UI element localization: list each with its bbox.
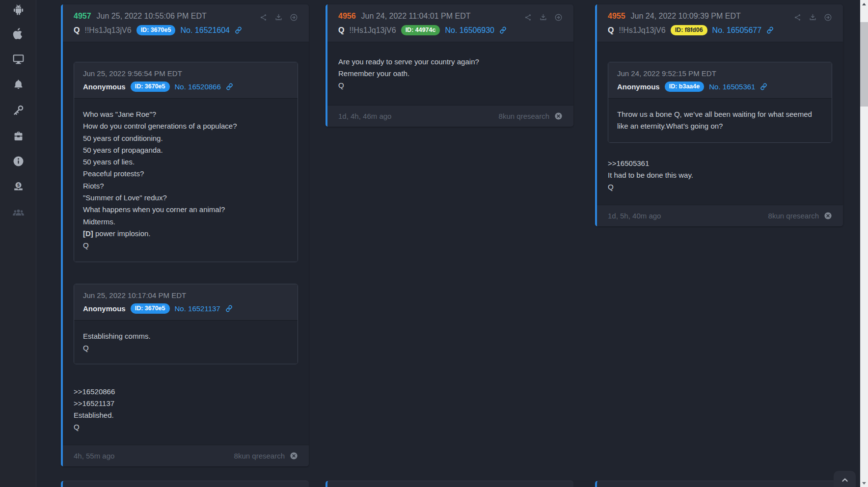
- post-no-link[interactable]: No. 16521604: [180, 26, 230, 35]
- link-icon[interactable]: [225, 305, 233, 312]
- id-badge[interactable]: ID: f8fd06: [671, 25, 707, 35]
- source-label: 8kun qresearch: [234, 452, 285, 460]
- post-number[interactable]: 4957: [74, 12, 91, 21]
- scrollbar-up-button[interactable]: [860, 0, 868, 8]
- scrollbar-thumb[interactable]: [860, 22, 868, 107]
- open-post-icon[interactable]: [290, 13, 298, 22]
- quote-no-link[interactable]: No. 16505361: [709, 82, 755, 91]
- post-date: Jun 24, 2022 10:09:39 PM EDT: [631, 12, 741, 21]
- download-icon[interactable]: [274, 13, 283, 22]
- link-icon[interactable]: [226, 83, 233, 90]
- post-ref-link[interactable]: >>16521137: [74, 398, 298, 409]
- link-icon[interactable]: [766, 27, 774, 34]
- sidebar: $: [0, 0, 36, 487]
- post-ref-link[interactable]: >>16505361: [608, 158, 832, 169]
- quote-id-badge[interactable]: ID: 3670e5: [131, 303, 170, 314]
- quote-date: Jun 25, 2022 9:56:54 PM EDT: [83, 69, 289, 78]
- time-ago: 1d, 5h, 40m ago: [608, 212, 661, 220]
- link-icon[interactable]: [499, 27, 507, 34]
- quote-author: Anonymous: [617, 82, 660, 91]
- quote-line: How do you control generations of a popu…: [83, 120, 289, 132]
- bold-fragment: [D]: [83, 229, 93, 238]
- quote-signature: Q: [83, 240, 289, 251]
- post-header: 4955 Jun 24, 2022 10:09:39 PM EDT Q !!Hs…: [597, 4, 843, 42]
- quote-no-link[interactable]: No. 16520866: [175, 82, 221, 91]
- post-ref-link[interactable]: >>16520866: [74, 386, 298, 398]
- body-line: Remember your oath.: [338, 68, 563, 80]
- dismiss-icon[interactable]: [824, 212, 832, 220]
- author-name: Q: [608, 26, 614, 35]
- quoted-post: Jun 25, 2022 9:56:54 PM EDT Anonymous ID…: [74, 62, 298, 262]
- time-ago: 1d, 4h, 46m ago: [338, 112, 391, 120]
- post-header: 4956 Jun 24, 2022 11:04:01 PM EDT Q !!Hs…: [327, 4, 573, 42]
- post-number[interactable]: 4956: [338, 12, 356, 21]
- open-post-icon[interactable]: [554, 13, 563, 22]
- id-badge[interactable]: ID: 3670e5: [136, 25, 176, 35]
- link-icon[interactable]: [235, 27, 242, 34]
- open-post-icon[interactable]: [824, 13, 832, 22]
- post-no-link[interactable]: No. 16506930: [445, 26, 494, 35]
- quote-id-badge[interactable]: ID: 3670e5: [131, 81, 170, 92]
- scroll-to-top-button[interactable]: [834, 471, 856, 487]
- info-icon: [12, 155, 25, 167]
- sidebar-item-info[interactable]: [0, 151, 36, 171]
- dismiss-icon[interactable]: [554, 112, 563, 120]
- quote-line: Peaceful protests?: [83, 168, 289, 180]
- share-icon[interactable]: [524, 13, 532, 22]
- post-no-link[interactable]: No. 16505677: [712, 26, 762, 35]
- download-icon[interactable]: [809, 13, 817, 22]
- tripcode: !!Hs1Jq13jV6: [619, 26, 665, 35]
- share-icon[interactable]: [793, 13, 802, 22]
- quote-signature: Q: [83, 342, 289, 354]
- toolbox-icon: [12, 130, 25, 142]
- svg-text:$: $: [17, 183, 20, 188]
- sidebar-item-desktop[interactable]: [0, 49, 36, 69]
- post-header: 4957 Jun 25, 2022 10:55:06 PM EDT Q !!Hs…: [63, 4, 309, 42]
- scrollbar-down-button[interactable]: [860, 479, 868, 487]
- body-line: Established.: [74, 409, 298, 421]
- sidebar-item-notifications[interactable]: [0, 75, 36, 94]
- share-icon[interactable]: [259, 13, 268, 22]
- quote-line: 50 years of lies.: [83, 156, 289, 168]
- id-badge[interactable]: ID: 44974c: [401, 25, 440, 35]
- download-icon[interactable]: [539, 13, 547, 22]
- author-name: Q: [74, 26, 80, 35]
- quote-no-link[interactable]: No. 16521137: [175, 304, 220, 313]
- source-label: 8kun qresearch: [768, 212, 819, 220]
- body-line: It had to be done this way.: [608, 169, 832, 181]
- sidebar-item-donate[interactable]: $: [0, 177, 36, 196]
- sidebar-item-apple[interactable]: [0, 24, 36, 43]
- post-number[interactable]: 4955: [608, 12, 625, 21]
- source-label: 8kun qresearch: [499, 112, 549, 120]
- post-card: 4956 Jun 24, 2022 11:04:01 PM EDT Q !!Hs…: [326, 4, 573, 127]
- scrollbar-track[interactable]: [860, 0, 868, 487]
- desktop-icon: [12, 53, 25, 65]
- tripcode: !!Hs1Jq13jV6: [349, 26, 396, 35]
- quote-line: Midterms.: [83, 216, 289, 228]
- post-signature: Q: [338, 80, 563, 91]
- quote-line: "Summer of Love" redux?: [83, 192, 289, 204]
- sidebar-item-toolbox[interactable]: [0, 126, 36, 146]
- next-post-card-top: [61, 481, 309, 487]
- quote-line: Throw us a bone Q, we’ve all been waitin…: [617, 108, 823, 133]
- post-footer: 1d, 5h, 40m ago 8kun qresearch: [597, 205, 843, 226]
- chevron-up-icon: [840, 475, 850, 485]
- dismiss-icon[interactable]: [290, 452, 298, 460]
- post-card: 4957 Jun 25, 2022 10:55:06 PM EDT Q !!Hs…: [61, 4, 309, 466]
- link-icon[interactable]: [760, 83, 767, 90]
- quote-line: What happens when you corner an animal?: [83, 204, 289, 216]
- body-line: Are you ready to serve your country agai…: [338, 56, 563, 68]
- post-date: Jun 24, 2022 11:04:01 PM EDT: [361, 12, 471, 21]
- quote-id-badge[interactable]: ID: b3aa4e: [665, 81, 705, 92]
- next-post-card-top: [326, 481, 573, 487]
- post-signature: Q: [608, 181, 832, 193]
- quote-date: Jun 25, 2022 10:17:04 PM EDT: [83, 291, 289, 299]
- key-icon: [12, 104, 25, 116]
- quote-line: 50 years of conditioning.: [83, 133, 289, 144]
- sidebar-item-users[interactable]: [0, 202, 36, 222]
- quote-line: Who was "Jane Roe"?: [83, 108, 289, 120]
- quoted-post: Jun 25, 2022 10:17:04 PM EDT Anonymous I…: [74, 284, 298, 365]
- sidebar-item-android[interactable]: [0, 0, 36, 20]
- android-icon: [12, 4, 25, 16]
- sidebar-item-key[interactable]: [0, 100, 36, 120]
